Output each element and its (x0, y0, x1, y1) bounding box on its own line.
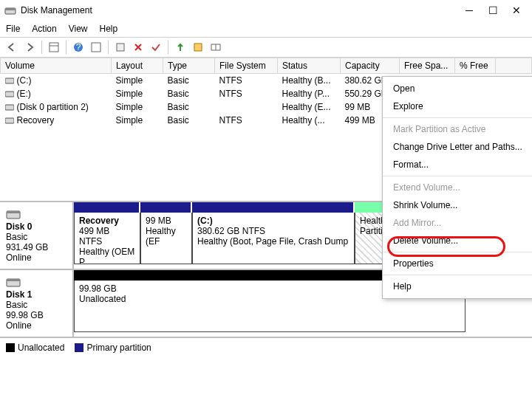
refresh-icon[interactable] (89, 40, 103, 55)
close-button[interactable]: ✕ (511, 5, 522, 16)
svg-rect-14 (5, 118, 14, 123)
maximize-button[interactable]: ☐ (488, 5, 498, 16)
col-volume[interactable]: Volume (1, 58, 112, 74)
menu-item-change-drive-letter-and-paths[interactable]: Change Drive Letter and Paths... (383, 138, 532, 156)
menu-item-properties[interactable]: Properties (383, 255, 532, 272)
menu-item-mark-partition-as-active: Mark Partition as Active (383, 120, 532, 138)
titlebar: Disk Management ─ ☐ ✕ (0, 0, 532, 21)
toolbar-icon[interactable] (47, 40, 61, 55)
menu-view[interactable]: View (69, 24, 88, 34)
col-pctfree[interactable]: % Free (455, 58, 496, 74)
svg-rect-2 (50, 43, 58, 52)
menu-item-extend-volume: Extend Volume... (383, 179, 532, 196)
delete-icon[interactable] (131, 40, 146, 55)
window-title: Disk Management (21, 5, 464, 16)
col-capacity[interactable]: Capacity (341, 58, 400, 74)
col-status[interactable]: Status (278, 58, 341, 74)
svg-rect-16 (7, 211, 20, 213)
toolbar-icon-3[interactable] (191, 40, 205, 55)
menu-file[interactable]: File (6, 24, 20, 34)
svg-rect-12 (5, 92, 14, 97)
menu-action[interactable]: Action (32, 24, 56, 34)
properties-icon[interactable] (113, 40, 128, 55)
partition[interactable]: Recovery499 MB NTFSHealthy (OEM P (74, 213, 140, 264)
context-menu: OpenExploreMark Partition as ActiveChang… (382, 76, 532, 299)
svg-rect-7 (117, 44, 124, 51)
check-icon[interactable] (149, 40, 163, 55)
menu-item-add-mirror: Add Mirror... (383, 214, 532, 232)
col-free[interactable]: Free Spa... (400, 58, 455, 74)
col-layout[interactable]: Layout (112, 58, 163, 74)
menu-item-open[interactable]: Open (383, 80, 532, 97)
minimize-button[interactable]: ─ (464, 5, 474, 16)
forward-button[interactable] (22, 40, 37, 55)
app-icon (4, 4, 16, 16)
menu-item-explore[interactable]: Explore (383, 97, 532, 115)
help-icon[interactable]: ? (71, 40, 86, 55)
toolbar-icon-2[interactable] (173, 40, 188, 55)
toolbar: ? (0, 38, 532, 58)
menu-item-help[interactable]: Help (383, 278, 532, 295)
back-button[interactable] (4, 40, 19, 55)
svg-rect-1 (5, 8, 16, 10)
menu-help[interactable]: Help (100, 24, 118, 34)
disk-header[interactable]: Disk 1Basic99.98 GBOnline (0, 270, 74, 337)
menu-item-format[interactable]: Format... (383, 156, 532, 173)
toolbar-icon-4[interactable] (208, 40, 223, 55)
svg-rect-8 (194, 44, 202, 51)
partition[interactable]: (C:)380.62 GB NTFSHealthy (Boot, Page Fi… (192, 213, 355, 264)
col-type[interactable]: Type (163, 58, 215, 74)
menu-item-shrink-volume[interactable]: Shrink Volume... (383, 196, 532, 214)
menu-item-delete-volume[interactable]: Delete Volume... (383, 232, 532, 250)
legend: Unallocated Primary partition (0, 338, 532, 357)
svg-text:?: ? (76, 42, 81, 52)
legend-primary: Primary partition (86, 343, 151, 353)
legend-unallocated: Unallocated (18, 343, 64, 353)
disk-header[interactable]: Disk 0Basic931.49 GBOnline (0, 202, 74, 269)
partition[interactable]: 99 MBHealthy (EF (140, 213, 192, 264)
svg-rect-18 (7, 279, 20, 281)
menubar: File Action View Help (0, 21, 532, 38)
col-fs[interactable]: File System (215, 58, 278, 74)
svg-rect-6 (92, 43, 100, 52)
svg-rect-11 (5, 78, 14, 83)
svg-rect-13 (5, 105, 14, 110)
